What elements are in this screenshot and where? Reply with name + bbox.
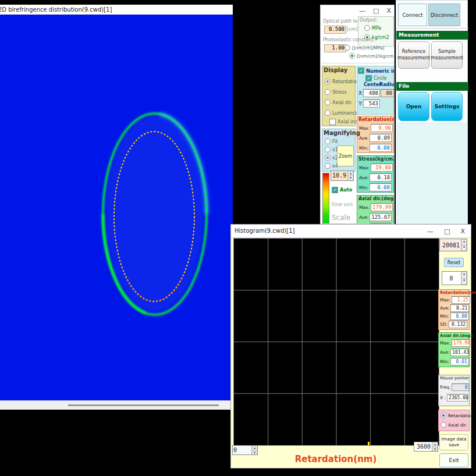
divider: [396, 28, 468, 29]
optical-path-unit: [cm]: [347, 27, 357, 32]
optical-path-input[interactable]: 0.500: [324, 26, 346, 34]
display-stress-radio[interactable]: [325, 89, 331, 95]
output-mpa-radio[interactable]: [364, 25, 370, 31]
scale-value-spinner[interactable]: 10.9 ▲▼: [331, 170, 354, 181]
maximize-icon[interactable]: □: [373, 7, 379, 15]
settings-button[interactable]: Settings: [431, 92, 463, 121]
axial-ave-value: 125.67: [370, 213, 392, 221]
center-x-input[interactable]: 488: [363, 89, 380, 97]
mag-fit-label: Fit: [332, 139, 338, 144]
stress-panel: Stress(kg/cm2) Max: 19.80 Ave: 0.18 Min:…: [357, 155, 394, 193]
mag-fit-radio[interactable]: [325, 138, 331, 144]
unit-kgcm2-label: [[nm/cm]/(kg/cm2)]: [357, 54, 395, 59]
control-window: — □ X Optical path length: 0.500 [cm] Ou…: [320, 5, 395, 224]
unit-kgcm2-radio[interactable]: [349, 53, 355, 59]
numeric-input-section: ✓ Numeric input ✓ Circle Center Radius X…: [357, 66, 394, 115]
mode-retardation-radio[interactable]: [441, 413, 446, 418]
retardation-panel: Retardation(nm) Max: 9.90 Ave: 0.09 Min:…: [357, 116, 394, 153]
level-spinner[interactable]: 0 ▲▼: [442, 271, 467, 285]
close-icon[interactable]: X: [460, 228, 465, 235]
minimize-icon[interactable]: —: [427, 228, 434, 235]
cursor-marker: [368, 442, 370, 445]
birefringence-titlebar[interactable]: 2D birefringence distribution(9.cwd)[1]: [0, 5, 233, 15]
reference-line2: measurement: [397, 55, 430, 62]
auto-checkbox[interactable]: ✓: [332, 187, 338, 193]
retardation-ave-value: 0.09: [370, 134, 392, 142]
maximize-icon[interactable]: □: [444, 228, 450, 235]
birefringence-image[interactable]: [0, 15, 233, 400]
x-max-spinner[interactable]: 3600 ▲▼: [414, 442, 438, 452]
circle-checkbox[interactable]: ✓: [365, 75, 372, 81]
mag-x4-radio[interactable]: [325, 163, 331, 169]
spin-up-icon: ▲: [432, 442, 438, 447]
magnifying-panel: Magnifying Fit x1 x2 x4 Zoom: [322, 129, 356, 172]
histogram-plot[interactable]: [233, 238, 439, 446]
display-luminance-label: Luminance: [332, 111, 358, 116]
mouse-pointer-title: Mouse pointer: [440, 376, 469, 381]
unit-mpa-label: [[nm/cm]/MPa]: [352, 45, 385, 51]
display-retardation-radio[interactable]: [325, 79, 331, 84]
mag-x2-radio[interactable]: [325, 155, 331, 161]
spin-down-icon: ▼: [348, 176, 353, 180]
zoom-button[interactable]: Zoom: [337, 145, 354, 166]
spin-up-icon: ▲: [348, 171, 353, 176]
connect-button[interactable]: Connect: [398, 3, 427, 26]
reset-button[interactable]: Reset: [444, 258, 464, 267]
hist-ret-ave: 0.21: [450, 304, 469, 312]
display-axial-radio[interactable]: [325, 100, 331, 105]
spin-down-icon: ▼: [432, 447, 438, 452]
histogram-grid: [234, 239, 439, 445]
histogram-window-title: Histogram(9.cwd)[1]: [235, 228, 294, 234]
axial-panel: Axial dir.(deg.) Max: 179.99 Ave: 125.67…: [357, 195, 394, 224]
axial-ind-checkbox[interactable]: [329, 119, 336, 125]
count-spinner[interactable]: 20081 ▲▼: [439, 239, 467, 251]
hist-ret-max: 1.25: [452, 296, 470, 304]
mode-axial-radio[interactable]: [441, 422, 446, 428]
histogram-window: Histogram(9.cwd)[1] — □ X 0 ▲▼: [230, 224, 471, 468]
center-y-input[interactable]: 543: [363, 100, 380, 108]
numeric-input-label: Numeric input: [366, 68, 395, 74]
stress-max-value: 19.80: [371, 164, 393, 172]
spin-up-icon: ▲: [461, 272, 467, 278]
minimize-icon[interactable]: —: [359, 7, 365, 15]
spin-down-icon: ▼: [461, 278, 467, 285]
output-label: Output:: [360, 17, 377, 23]
stress-min-value: 0.00: [370, 183, 392, 191]
scrollbar-thumb[interactable]: [68, 404, 219, 406]
unit-mpa-radio[interactable]: [344, 45, 350, 51]
image-save-line2: save: [449, 442, 459, 448]
radius-label: Radius: [379, 82, 395, 87]
image-save-line1: Image data: [442, 436, 467, 442]
horizontal-scrollbar[interactable]: [0, 400, 233, 410]
hist-ax-max: 179.98: [452, 339, 470, 347]
close-icon[interactable]: X: [386, 7, 391, 15]
spin-down-icon: ▼: [461, 245, 467, 251]
control-window-buttons: — □ X: [359, 7, 391, 15]
birefringence-image-svg: [0, 15, 233, 400]
exit-button[interactable]: Exit: [439, 453, 468, 467]
retardation-max-value: 9.90: [371, 124, 393, 132]
photoelastic-input[interactable]: 1.00: [324, 44, 346, 52]
sample-measurement-button[interactable]: Sample measurement: [431, 41, 463, 69]
reference-measurement-button[interactable]: Reference measurement: [398, 41, 429, 69]
image-data-save-button[interactable]: Image data save: [439, 434, 468, 450]
display-luminance-radio[interactable]: [325, 110, 331, 116]
center-label: Center: [364, 82, 381, 87]
numeric-input-checkbox[interactable]: ✓: [358, 68, 364, 74]
color-scale-bar: [322, 173, 329, 224]
mag-x1-radio[interactable]: [325, 147, 331, 152]
mouse-x-value: 2365.00: [447, 394, 468, 402]
hist-retardation-panel: Retardation(nm) Max: 1.25 Ave: 0.21 Min:…: [438, 289, 470, 330]
open-button[interactable]: Open: [398, 92, 429, 121]
axial-max-value: 179.99: [371, 203, 393, 211]
birefringence-window-title: 2D birefringence distribution(9.cwd)[1]: [0, 6, 112, 13]
birefringence-window: 2D birefringence distribution(9.cwd)[1]: [0, 5, 233, 409]
disconnect-button[interactable]: Disconnect: [428, 3, 460, 26]
histogram-window-buttons: — □ X: [427, 228, 465, 235]
radius-input: 80: [381, 89, 394, 97]
connection-panel: Connect Disconnect Measurement Reference…: [396, 0, 468, 224]
circle-label: Circle: [374, 76, 386, 81]
output-mpa-label: MPa: [372, 26, 381, 31]
spin-up-icon: ▲: [252, 446, 257, 450]
retardation-min-value: 0.00: [370, 144, 392, 152]
